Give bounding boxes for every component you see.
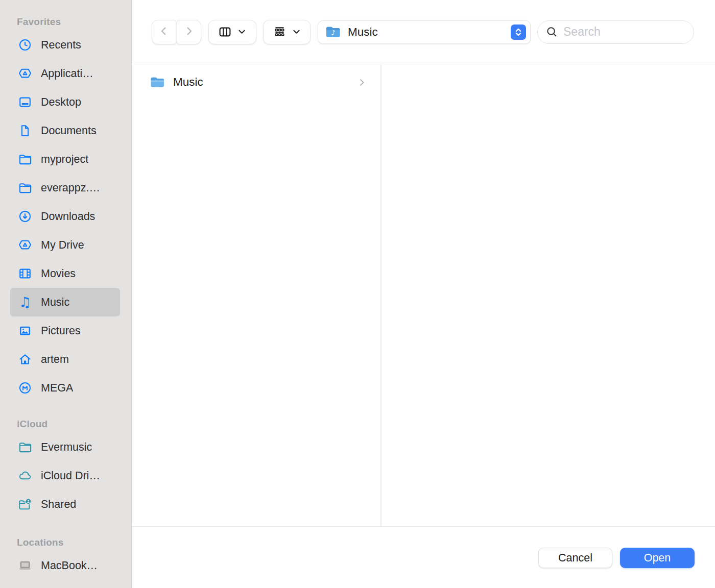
sidebar-item-label: everappz.…: [41, 182, 100, 194]
stepper-icon[interactable]: [511, 24, 526, 40]
sidebar-item-label: MEGA: [41, 382, 73, 395]
sidebar-item-label: Applicati…: [41, 67, 93, 80]
music-note-icon: ♫: [17, 295, 33, 310]
sidebar-item-applications[interactable]: Applicati…: [10, 59, 120, 88]
open-button[interactable]: Open: [620, 548, 695, 568]
blue-folder-icon: [150, 76, 165, 88]
sidebar-item-desktop[interactable]: Desktop: [10, 88, 120, 116]
forward-button[interactable]: [177, 20, 201, 44]
sidebar-item-label: My Drive: [41, 239, 84, 252]
sidebar-item-everappz[interactable]: everappz.…: [10, 174, 120, 202]
cancel-button[interactable]: Cancel: [538, 548, 612, 568]
clock-icon: [17, 37, 33, 53]
file-browser: Music: [132, 65, 715, 526]
chevron-right-icon: [356, 77, 367, 88]
laptop-icon: [17, 558, 33, 573]
sidebar-item-pictures[interactable]: Pictures: [10, 316, 120, 345]
dialog-footer: Cancel Open: [132, 526, 715, 588]
toolbar: ♪ Music: [132, 0, 715, 64]
view-mode-button[interactable]: [208, 20, 256, 44]
music-folder-icon: ♪: [325, 26, 341, 38]
section-header-favorites: Favorites: [17, 15, 131, 29]
mega-circle-icon: [17, 380, 33, 396]
column-view-icon: [218, 25, 232, 39]
sidebar-item-shared[interactable]: Shared: [10, 490, 120, 519]
sidebar-item-documents[interactable]: Documents: [10, 116, 120, 145]
sidebar-item-label: iCloud Dri…: [41, 470, 100, 482]
sidebar-item-movies[interactable]: Movies: [10, 259, 120, 288]
sidebar-item-downloads[interactable]: Downloads: [10, 202, 120, 231]
file-row-music[interactable]: Music: [132, 68, 380, 96]
sidebar-item-evermusic[interactable]: Evermusic: [10, 433, 120, 461]
desktop-icon: [17, 94, 33, 110]
browser-column-1: Music: [132, 65, 382, 526]
cloud-icon: [17, 468, 33, 483]
search-icon: [545, 26, 558, 38]
group-by-button[interactable]: [263, 20, 311, 44]
forward-icon: [183, 25, 195, 39]
group-by-icon: [273, 25, 287, 39]
folder-icon: [17, 180, 33, 195]
section-header-icloud: iCloud: [17, 418, 131, 431]
photo-icon: [17, 323, 33, 338]
search-field[interactable]: [537, 20, 694, 44]
sidebar-item-label: Documents: [41, 125, 97, 137]
back-button[interactable]: [152, 20, 176, 44]
sidebar-item-label: myproject: [41, 153, 88, 166]
sidebar-item-label: MacBook…: [41, 559, 98, 572]
sidebar-item-label: Recents: [41, 39, 81, 52]
sidebar-item-recents[interactable]: Recents: [10, 31, 120, 59]
path-selector[interactable]: ♪ Music: [318, 20, 531, 44]
file-row-label: Music: [173, 76, 203, 89]
path-selector-label: Music: [348, 26, 504, 39]
sidebar-item-label: Movies: [41, 267, 76, 280]
chevron-down-icon: [237, 27, 247, 37]
section-header-locations: Locations: [17, 536, 131, 549]
sidebar-item-myproject[interactable]: myproject: [10, 145, 120, 174]
sidebar-item-artem[interactable]: artem: [10, 345, 120, 374]
sidebar-item-my-drive[interactable]: My Drive: [10, 231, 120, 259]
sidebar-item-label: Pictures: [41, 325, 81, 337]
drive-hexagon-icon: [17, 237, 33, 253]
sidebar-item-label: Evermusic: [41, 441, 92, 454]
chevron-down-icon: [292, 27, 301, 37]
back-icon: [158, 25, 170, 39]
shared-folder-icon: [17, 497, 33, 512]
sidebar-item-label: Desktop: [41, 96, 81, 109]
browser-column-2: [382, 65, 715, 526]
sidebar-item-label: Music: [41, 296, 69, 309]
document-icon: [17, 123, 33, 138]
folder-icon: [17, 152, 33, 167]
sidebar-item-label: Shared: [41, 498, 76, 511]
sidebar-item-macbook[interactable]: MacBook…: [10, 551, 120, 580]
sidebar-item-label: Downloads: [41, 210, 95, 223]
sidebar-item-icloud-drive[interactable]: iCloud Dri…: [10, 461, 120, 490]
filmstrip-icon: [17, 266, 33, 281]
sidebar-item-mega[interactable]: MEGA: [10, 374, 120, 402]
download-circle-icon: [17, 209, 33, 224]
applications-hexagon-icon: [17, 66, 33, 81]
search-input[interactable]: [563, 25, 685, 39]
home-icon: [17, 352, 33, 367]
sidebar-item-music[interactable]: ♫ Music: [10, 288, 120, 316]
sidebar: Favorites Recents Applicati… Desktop Doc…: [0, 0, 132, 588]
sidebar-item-label: artem: [41, 353, 69, 366]
folder-icon: [17, 439, 33, 455]
